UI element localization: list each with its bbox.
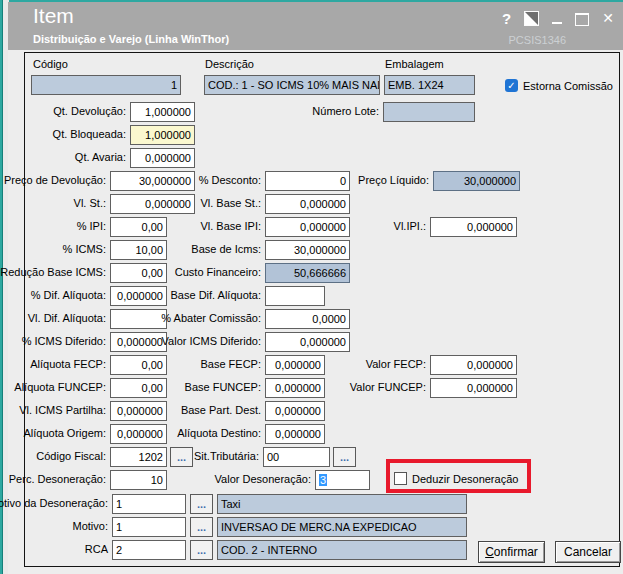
perc-ipi-label: % IPI: [77, 220, 106, 232]
valor-desoneracao-label: Valor Desoneração: [215, 473, 311, 485]
perc-reducao-base-icms-label: % Redução Base ICMS: [0, 266, 106, 278]
base-funcep-label: Base FUNCEP: [185, 381, 261, 393]
perc-ipi-input[interactable]: 0,00 [110, 217, 167, 237]
motivo-desc-field: INVERSAO DE MERC.NA EXPEDICAO [217, 517, 467, 537]
vl-base-st-label: Vl. Base St.: [200, 197, 261, 209]
perc-abater-comissao-input[interactable]: 0,0000 [265, 309, 350, 329]
perc-icms-input[interactable]: 10,00 [110, 240, 167, 260]
aliquota-destino-label: Alíquota Destino: [177, 427, 261, 439]
item-form: Código Descrição Embalagem 1 COD.: 1 - S… [0, 0, 623, 574]
preco-devolucao-input[interactable]: 30,000000 [110, 171, 195, 191]
valor-icms-diferido-input[interactable]: 0,000000 [265, 332, 350, 352]
base-part-dest-input[interactable]: 0,000000 [265, 401, 325, 421]
rca-desc-field: COD. 2 - INTERNO [217, 540, 467, 560]
preco-liquido-label: Preço Líquido: [358, 174, 429, 186]
motivo-input[interactable]: 1 [112, 517, 186, 537]
qt-avaria-input[interactable]: 0,000000 [130, 148, 195, 168]
valor-fecp-input[interactable]: 0,000000 [430, 355, 517, 375]
cancelar-button[interactable]: Cancelar [555, 541, 621, 563]
estorna-comissao-label: Estorna Comissão [523, 80, 613, 92]
confirmar-button[interactable]: Confirmar [478, 541, 545, 563]
rca-input[interactable]: 2 [112, 540, 186, 560]
perc-icms-diferido-input[interactable]: 0,000000 [110, 332, 167, 352]
perc-reducao-base-icms-input[interactable]: 0,00 [110, 263, 167, 283]
valor-icms-diferido-label: Valor ICMS Diferido: [162, 335, 261, 347]
valor-funcep-label: Valor FUNCEP: [350, 381, 426, 393]
perc-desconto-input[interactable]: 0 [265, 171, 350, 191]
codigo-fiscal-label: Código Fiscal: [36, 450, 106, 462]
aliquota-fecp-input[interactable]: 0,00 [110, 355, 167, 375]
descricao-label: Descrição [205, 58, 254, 70]
rca-browse-button[interactable]: ... [190, 540, 213, 560]
motivo-desoneracao-input[interactable]: 1 [112, 494, 186, 514]
perc-desconto-label: % Desconto: [199, 174, 261, 186]
codigo-label: Código [33, 58, 68, 70]
vl-base-st-input[interactable]: 0,000000 [265, 194, 350, 214]
perc-abater-comissao-label: % Abater Comissão: [161, 312, 261, 324]
sit-tributaria-input[interactable]: 00 [263, 447, 330, 467]
perc-icms-diferido-label: % ICMS Diferido: [22, 335, 106, 347]
aliquota-origem-input[interactable]: 0,000000 [110, 424, 167, 444]
perc-desoneracao-input[interactable]: 10 [110, 470, 167, 490]
deduzir-desoneracao-checkbox[interactable] [394, 472, 407, 485]
base-dif-aliquota-label: Base Dif. Alíquota: [171, 289, 262, 301]
custo-financeiro-field: 50,666666 [265, 263, 350, 283]
screen: Item Distribuição e Varejo (Linha WinTho… [0, 0, 623, 574]
deduzir-desoneracao-checkbox-group: Deduzir Desoneração [394, 472, 518, 485]
estorna-comissao-checkbox[interactable]: ✓ [505, 79, 518, 92]
sit-tributaria-browse-button[interactable]: ... [333, 447, 356, 467]
embalagem-label: Embalagem [385, 58, 444, 70]
sit-tributaria-label: Sit.Tributária: [194, 450, 259, 462]
rca-label: RCA [85, 543, 108, 555]
embalagem-field: EMB. 1X24 [384, 75, 475, 95]
motivo-browse-button[interactable]: ... [190, 517, 213, 537]
qt-bloqueada-input[interactable]: 1,000000 [130, 125, 195, 145]
vl-ipi-input[interactable]: 0,000000 [430, 217, 517, 237]
codigo-fiscal-browse-button[interactable]: ... [170, 447, 193, 467]
codigo-fiscal-input[interactable]: 1202 [110, 447, 167, 467]
base-icms-label: Base de Icms: [191, 243, 261, 255]
vl-st-label: Vl. St.: [74, 197, 106, 209]
custo-financeiro-label: Custo Financeiro: [175, 266, 261, 278]
base-part-dest-label: Base Part. Dest. [181, 404, 261, 416]
aliquota-funcep-input[interactable]: 0,00 [110, 378, 167, 398]
qt-bloqueada-label: Qt. Bloqueada: [53, 128, 126, 140]
descricao-field: COD.: 1 - SO ICMS 10% MAIS NADAA [204, 75, 380, 95]
aliquota-fecp-label: Alíquota FECP: [30, 358, 106, 370]
base-dif-aliquota-input[interactable] [265, 286, 325, 306]
perc-desoneracao-label: Perc. Desoneração: [9, 473, 106, 485]
base-fecp-input[interactable]: 0,000000 [265, 355, 325, 375]
motivo-desoneracao-browse-button[interactable]: ... [190, 494, 213, 514]
vl-icms-partilha-input[interactable]: 0,000000 [110, 401, 167, 421]
estorna-comissao-checkbox-group: ✓ Estorna Comissão [505, 79, 613, 92]
qt-devolucao-input[interactable]: 1,000000 [130, 102, 195, 122]
perc-dif-aliquota-label: % Dif. Alíquota: [31, 289, 106, 301]
aliquota-destino-input[interactable]: 0,000000 [265, 424, 325, 444]
valor-fecp-label: Valor FECP: [366, 358, 426, 370]
qt-avaria-label: Qt. Avaria: [75, 151, 126, 163]
base-icms-input[interactable]: 30,000000 [265, 240, 350, 260]
vl-base-ipi-input[interactable]: 0,000000 [265, 217, 350, 237]
numero-lote-label: Número Lote: [312, 105, 379, 117]
perc-dif-aliquota-input[interactable]: 0,000000 [110, 286, 167, 306]
preco-liquido-field: 30,000000 [433, 171, 520, 191]
perc-icms-label: % ICMS: [63, 243, 106, 255]
motivo-label: Motivo: [73, 520, 108, 532]
vl-st-input[interactable]: 0,000000 [110, 194, 195, 214]
vl-icms-partilha-label: Vl. ICMS Partilha: [19, 404, 106, 416]
valor-desoneracao-selected-text: 3 [319, 474, 327, 486]
base-fecp-label: Base FECP: [200, 358, 261, 370]
valor-desoneracao-input[interactable]: 3 [315, 470, 370, 490]
codigo-field: 1 [31, 75, 181, 95]
base-funcep-input[interactable]: 0,000000 [265, 378, 325, 398]
deduzir-desoneracao-label: Deduzir Desoneração [412, 473, 518, 485]
qt-devolucao-label: Qt. Devolução: [53, 105, 126, 117]
motivo-desoneracao-label: Motivo da Desoneração: [0, 497, 108, 509]
vl-ipi-label: Vl.IPI.: [394, 220, 426, 232]
vl-base-ipi-label: Vl. Base IPI: [200, 220, 261, 232]
aliquota-origem-label: Alíquota Origem: [23, 427, 106, 439]
numero-lote-field [383, 102, 475, 122]
valor-funcep-input[interactable]: 0,000000 [430, 378, 517, 398]
vl-dif-aliquota-label: Vl. Dif. Alíquota: [28, 312, 106, 324]
vl-dif-aliquota-input[interactable] [110, 309, 167, 329]
